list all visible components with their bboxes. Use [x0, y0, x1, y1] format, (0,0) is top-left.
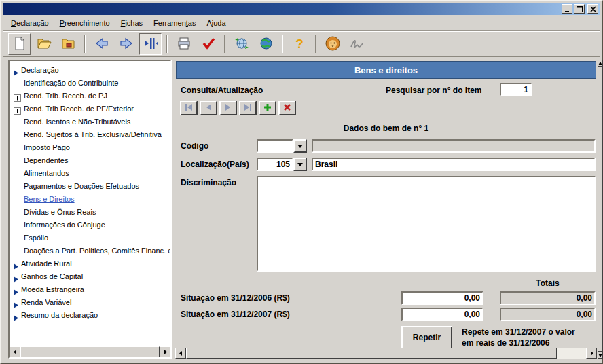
main-scroll-down-button[interactable]: [598, 352, 603, 359]
delete-record-button[interactable]: [278, 101, 296, 115]
forward-icon: [119, 36, 134, 53]
print-button[interactable]: [172, 33, 195, 55]
mode-label: Consulta/Atualização: [181, 86, 263, 95]
arrow-up-icon: [598, 62, 602, 65]
situacao-2007-input[interactable]: [401, 308, 483, 321]
sidebar-item-atividade-rural[interactable]: Atividade Rural: [10, 257, 170, 270]
sidebar-horizontal-scrollbar[interactable]: [10, 346, 170, 357]
sidebar-item-label: Dívidas e Ônus Reais: [24, 208, 96, 216]
sidebar-item-ganhos-de-capital[interactable]: Ganhos de Capital: [10, 270, 170, 283]
sidebar-item-renda-variavel[interactable]: Renda Variável: [10, 296, 170, 309]
repetir-button[interactable]: Repetir: [401, 326, 452, 349]
discriminacao-textarea[interactable]: [257, 176, 596, 272]
first-record-button[interactable]: [180, 101, 198, 115]
menu-item-ferramentas[interactable]: Ferramentas: [148, 17, 201, 29]
help-button[interactable]: ?: [288, 33, 310, 55]
forward-button[interactable]: [115, 33, 137, 55]
tree-arrow-icon: [13, 312, 18, 325]
situacao-2007-total: [500, 308, 596, 321]
sidebar-item-rend-isentos-e-nao-tributaveis[interactable]: Rend. Isentos e Não-Tributáveis: [10, 115, 170, 128]
localizacao-dropdown-button[interactable]: [293, 158, 307, 171]
sidebar-item-espolio[interactable]: Espólio: [10, 232, 170, 244]
toolbar-separator: [224, 35, 225, 53]
maximize-button[interactable]: [574, 4, 585, 14]
sidebar-item-label: Moeda Estrangeira: [21, 285, 84, 293]
next-record-button[interactable]: [219, 101, 237, 115]
first-record-icon: [184, 103, 194, 113]
toolbar-separator: [166, 35, 168, 53]
sidebar-item-declaracao[interactable]: Declaração: [10, 64, 170, 77]
main-scrollbar-thumb[interactable]: [186, 348, 557, 359]
sidebar-item-bens-e-direitos[interactable]: Bens e Direitos: [10, 193, 170, 206]
sidebar-item-moeda-estrangeira[interactable]: Moeda Estrangeira: [10, 283, 170, 296]
main-scroll-up-button[interactable]: [598, 60, 603, 67]
verify-icon: [201, 36, 216, 53]
save-declaration-button[interactable]: [57, 33, 79, 55]
internet-globe-button[interactable]: [255, 33, 277, 55]
item-number-input[interactable]: [500, 83, 532, 96]
signature-button[interactable]: [346, 33, 368, 55]
localizacao-name-field[interactable]: [312, 158, 596, 171]
transmit-globe-button[interactable]: [230, 33, 253, 55]
sidebar-item-pagamentos-e-doacoes-efetuados[interactable]: Pagamentos e Doações Efetuados: [10, 180, 170, 193]
codigo-dropdown-button[interactable]: [293, 139, 307, 153]
previous-record-button[interactable]: [200, 101, 217, 115]
records-toggle-button[interactable]: [139, 33, 162, 55]
sidebar-item-rend-trib-receb-de-pf-exterior[interactable]: Rend. Trib Receb. de PF/Exterior: [10, 103, 170, 115]
last-record-button[interactable]: [239, 101, 257, 115]
main-scroll-left-button[interactable]: [175, 348, 186, 359]
situacao-2007-label: Situação em 31/12/2007 (R$): [181, 310, 290, 319]
open-declaration-button[interactable]: [33, 33, 55, 55]
localizacao-code-input[interactable]: [257, 158, 293, 171]
close-button[interactable]: [587, 4, 598, 14]
add-record-button[interactable]: [259, 101, 276, 115]
back-button[interactable]: [90, 33, 113, 55]
sidebar-item-rend-sujeitos-a-trib-exclusiva-definitiva[interactable]: Rend. Sujeitos à Trib. Exclusiva/Definit…: [10, 128, 170, 141]
sidebar-item-alimentandos[interactable]: Alimentandos: [10, 167, 170, 180]
repetir-text-line1: Repete em 31/12/2007 o valor: [462, 327, 596, 338]
sidebar-item-resumo-da-declaracao[interactable]: Resumo da declaração: [10, 309, 170, 322]
sidebar-item-dividas-e-onus-reais[interactable]: Dívidas e Ônus Reais: [10, 206, 170, 219]
record-navigator: [180, 101, 298, 115]
sidebar-item-doacoes-a-part-politicos-comites-financ-e-c[interactable]: Doações a Part. Políticos, Comitês Finan…: [10, 244, 170, 257]
menu-item-fichas[interactable]: Fichas: [115, 17, 148, 29]
main-vertical-scrollbar-thumb[interactable]: [598, 67, 603, 352]
lion-button[interactable]: [321, 33, 344, 55]
sidebar-item-informacoes-do-conjuge[interactable]: Informações do Cônjuge: [10, 219, 170, 232]
new-declaration-button[interactable]: [8, 33, 31, 55]
menu-item-declaracao[interactable]: Declaração: [5, 17, 54, 29]
main-vertical-scrollbar[interactable]: [598, 60, 603, 359]
add-record-icon: [263, 103, 272, 113]
toolbar-separator: [315, 35, 316, 53]
main-scroll-right-button[interactable]: [586, 348, 597, 359]
verify-button[interactable]: [197, 33, 219, 55]
chevron-down-icon: [297, 145, 303, 148]
sidebar-item-dependentes[interactable]: Dependentes: [10, 154, 170, 167]
situacao-2006-input[interactable]: [401, 291, 483, 305]
panel-title: Bens e direitos: [354, 65, 418, 75]
sidebar-item-identificacao-do-contribuinte[interactable]: Identificação do Contribuinte: [10, 77, 170, 90]
title-bar[interactable]: [3, 3, 600, 15]
sidebar-item-rend-trib-receb-de-pj[interactable]: Rend. Trib. Receb. de PJ: [10, 90, 170, 103]
discriminacao-label: Discriminação: [181, 178, 236, 187]
minimize-button[interactable]: [562, 4, 572, 14]
menu-item-preenchimento[interactable]: Preenchimento: [54, 17, 115, 29]
sidebar-item-imposto-pago[interactable]: Imposto Pago: [10, 141, 170, 154]
main-horizontal-scrollbar[interactable]: [175, 348, 597, 359]
window-controls: [562, 4, 598, 14]
sidebar-scrollbar-thumb[interactable]: [20, 346, 160, 357]
next-record-icon: [223, 103, 233, 113]
codigo-input[interactable]: [257, 139, 293, 153]
menu-item-ajuda[interactable]: Ajuda: [201, 17, 231, 29]
sidebar-item-label: Renda Variável: [21, 298, 71, 306]
scrollbar-track[interactable]: [557, 348, 586, 359]
sidebar-item-label: Resumo da declaração: [21, 311, 98, 319]
arrow-down-icon: [598, 354, 602, 357]
sidebar-scroll-left-button[interactable]: [10, 346, 20, 357]
sidebar-item-label: Doações a Part. Políticos, Comitês Finan…: [24, 247, 170, 255]
panel-header: Bens e direitos: [176, 61, 596, 79]
open-declaration-icon: [37, 36, 52, 53]
arrow-left-icon: [179, 351, 183, 356]
sidebar-scroll-right-button[interactable]: [160, 346, 170, 357]
sidebar-item-label: Dependentes: [24, 156, 68, 164]
